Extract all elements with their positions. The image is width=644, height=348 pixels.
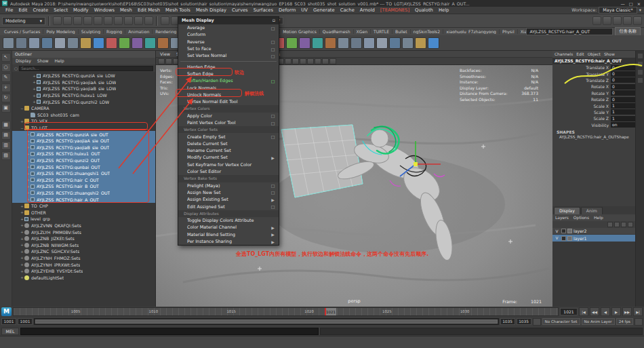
expander-icon[interactable]: +: [26, 139, 31, 143]
statusline-icon[interactable]: [623, 16, 632, 25]
sidebar-tab-icon[interactable]: [637, 61, 643, 67]
command-input[interactable]: [20, 328, 319, 335]
layer-editor-menu-item[interactable]: Help: [594, 214, 603, 221]
menu-item-option-icon[interactable]: ▶: [270, 155, 276, 160]
outliner-item[interactable]: + AYJLZYNH_iPRXWt:Sets: [12, 261, 155, 268]
menu-item-option-icon[interactable]: ▶: [270, 232, 276, 237]
anim-layer-dropdown[interactable]: No Anim Layer: [582, 318, 615, 325]
channel-row[interactable]: Scale X 1: [552, 102, 635, 109]
menu-item-option-icon[interactable]: □: [270, 134, 276, 139]
popup-menu-item[interactable]: Vertex Bake Sets: [178, 175, 279, 182]
outliner-item[interactable]: + AYJLZSS_RCSTYG:hair_A_OUT: [12, 196, 155, 203]
shelf-tab[interactable]: TURTLE: [371, 29, 393, 34]
shelf-tool-icon[interactable]: [93, 37, 104, 49]
channel-value-field[interactable]: 0: [611, 97, 635, 102]
playback-button[interactable]: ▶|: [633, 307, 643, 316]
popup-menu-item[interactable]: Set to Face □: [178, 45, 279, 52]
layout-preset-icon[interactable]: ▦: [1, 121, 11, 130]
channel-row[interactable]: Visibility on: [552, 122, 635, 128]
sidebar-tab-icon[interactable]: [637, 53, 643, 59]
channel-value-field[interactable]: 0: [611, 65, 635, 71]
statusline-icon[interactable]: [53, 16, 62, 25]
statusline-icon[interactable]: [633, 16, 642, 25]
outliner-item[interactable]: + defaultLightSet: [12, 274, 155, 281]
outliner-item[interactable]: + AYJLZNB_NIIWGM:Sets: [12, 241, 155, 248]
popup-menu-item[interactable]: Set Keyframe for Vertex Color: [178, 161, 279, 168]
expander-icon[interactable]: +: [20, 210, 24, 214]
sidebar-tab-icon[interactable]: [637, 69, 643, 75]
shelf-tool-icon[interactable]: [402, 37, 414, 49]
outliner-search-input[interactable]: [19, 66, 153, 71]
popup-menu-item[interactable]: Harden Edge: [178, 63, 279, 70]
shelf-tab[interactable]: Animation: [125, 29, 153, 34]
shelf-tab[interactable]: Curves / Surfaces: [1, 29, 43, 34]
menu-item[interactable]: Help: [436, 7, 452, 13]
popup-menu-item[interactable]: Create Empty Set □: [178, 133, 279, 140]
window-control-button[interactable]: —: [620, 1, 624, 6]
expander-icon[interactable]: +: [26, 197, 31, 201]
statusline-icon[interactable]: [144, 16, 153, 25]
animation-start-field[interactable]: 1001: [1, 318, 16, 325]
menu-item[interactable]: Modify: [71, 7, 92, 13]
outliner-item[interactable]: + OTHER: [12, 209, 155, 216]
menu-item-option-icon[interactable]: □: [270, 79, 276, 83]
shelf-tab[interactable]: Motion Graphics: [280, 29, 320, 34]
outliner-item[interactable]: + AYJLZSS_RCSTYG:qunzi2_OUT: [12, 157, 155, 164]
shelf-tab[interactable]: Rigging: [104, 29, 125, 34]
channel-row[interactable]: Translate X 0: [552, 64, 635, 71]
current-time-field[interactable]: 1021: [560, 308, 578, 315]
outliner-item[interactable]: + AYJLZSS_RCSTYG:qunzhi2_LOW: [12, 98, 155, 105]
layer-visibility-toggle[interactable]: V: [554, 236, 560, 240]
expander-icon[interactable]: +: [32, 80, 37, 84]
menu-item[interactable]: [TEAMDNES]: [378, 7, 412, 13]
playback-button[interactable]: ◀◀: [590, 307, 599, 316]
menu-item[interactable]: Arnold: [357, 7, 378, 13]
menu-item[interactable]: Mesh Display: [193, 7, 229, 13]
range-slider-handle[interactable]: [35, 320, 498, 324]
panel-toolbar-icon[interactable]: [315, 58, 321, 64]
expander-icon[interactable]: +: [32, 94, 37, 98]
selection-name-field[interactable]: AYJLZSS_RCSTYG:hair_A_OUT: [526, 28, 613, 35]
outliner-item[interactable]: + AYJLZSS_RCSTYG:hair_C_OUT: [12, 177, 155, 184]
panel-toolbar-icon[interactable]: [165, 58, 172, 64]
popup-menu-item[interactable]: Material Blend Setting ▶: [178, 231, 279, 238]
shelf-tool-icon[interactable]: [106, 37, 117, 49]
outliner-item[interactable]: + AYJLZYEHB_YVSYDt:Sets: [12, 268, 155, 275]
menu-item-option-icon[interactable]: □: [270, 54, 276, 58]
shelf-tool-icon[interactable]: [325, 37, 336, 49]
layer-visibility-toggle[interactable]: V: [554, 229, 560, 233]
window-control-button[interactable]: ×: [637, 1, 641, 6]
menu-item-option-icon[interactable]: □: [270, 26, 276, 31]
panel-toolbar-icon[interactable]: [285, 58, 291, 64]
outliner-item[interactable]: + AYJLZVNN_QKAFQI:Sets: [12, 223, 155, 229]
shelf-tool-icon[interactable]: [132, 37, 143, 49]
workspace-value[interactable]: Maya Classic*: [599, 7, 637, 14]
menu-item[interactable]: Cache: [338, 7, 357, 13]
shelf-tool-icon[interactable]: [389, 37, 401, 49]
statusline-icon[interactable]: [124, 16, 133, 25]
channel-row[interactable]: Scale Z 1: [552, 115, 635, 121]
popup-menu-item[interactable]: Soften Edge: [178, 71, 279, 77]
outliner-menu-item[interactable]: Help: [55, 58, 64, 64]
shelf-tab[interactable]: ngSkinTools2: [411, 29, 444, 34]
sidebar-tab-icon[interactable]: [637, 77, 643, 83]
menu-item[interactable]: Surfaces: [251, 7, 276, 13]
shelf-tool-icon[interactable]: [376, 37, 388, 49]
channel-value-field[interactable]: 1: [611, 116, 635, 121]
layer-editor-icon[interactable]: [607, 222, 613, 227]
popup-menu-item[interactable]: Average □: [178, 24, 279, 31]
shelf-tool-icon[interactable]: [3, 37, 14, 49]
outliner-item[interactable]: + AYJLZLYH_PMM0BV:Sets: [12, 229, 155, 235]
tool-icon[interactable]: ↻: [1, 94, 11, 102]
playback-end-field[interactable]: 1035: [500, 318, 515, 325]
expander-icon[interactable]: −: [20, 126, 24, 130]
layer-color-chip[interactable]: [567, 229, 572, 233]
expander-icon[interactable]: +: [26, 185, 31, 189]
outliner-item[interactable]: + AYJLZNC_SGHCXV:Sets: [12, 248, 155, 255]
outliner-menu-item[interactable]: Show: [37, 58, 49, 64]
expander-icon[interactable]: +: [26, 145, 31, 149]
shelf-tab[interactable]: QuadRemesh: [320, 29, 354, 34]
menu-item[interactable]: Mesh Tools: [163, 7, 193, 13]
popup-menu-item[interactable]: Color Set Editor: [178, 168, 279, 175]
channel-value-field[interactable]: on: [611, 122, 635, 128]
